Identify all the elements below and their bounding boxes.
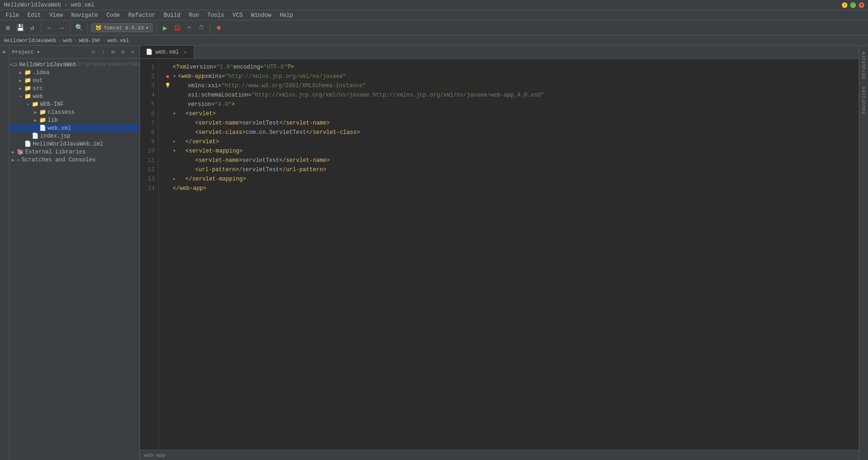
- tomcat-selector[interactable]: 🐱 Tomcat 9.0.33 ▾: [91, 23, 153, 32]
- tree-item-project[interactable]: ▾ 🗂 HelloWorldJavaWeb E:\Dropbox\phoenix…: [9, 61, 140, 69]
- toolbar-back-icon[interactable]: ←: [44, 23, 55, 33]
- title-bar: HelloWorldJavaWeb - web.xml – □ ✕: [0, 0, 868, 10]
- toolbar: ⚙ 💾 ↺ ← → 🔍 🐱 Tomcat 9.0.33 ▾ ▶ 🐞 ☂ ⏱ ■: [0, 21, 868, 35]
- right-side-tabs: Structure Favorites: [859, 46, 868, 460]
- menu-tools[interactable]: Tools: [204, 11, 228, 20]
- menu-run[interactable]: Run: [185, 11, 203, 20]
- tree-label-web: web: [33, 93, 43, 100]
- tree-item-extlibs[interactable]: ▶ 📚 External Libraries: [9, 148, 140, 156]
- breadcrumb-webinf[interactable]: WEB-INF: [79, 38, 100, 43]
- tree-label-webinf: WEB-INF: [40, 101, 64, 108]
- editor-bottom-breadcrumb: web-app: [140, 450, 859, 460]
- tab-webxml-close[interactable]: ✕: [182, 49, 188, 56]
- tomcat-label: Tomcat 9.0.33: [104, 25, 144, 31]
- profile-button[interactable]: ⏱: [196, 23, 206, 33]
- minimize-button[interactable]: –: [842, 2, 847, 8]
- tree-item-out[interactable]: ▶ 📁 out: [9, 77, 140, 84]
- favorites-tab[interactable]: Favorites: [861, 83, 867, 118]
- toolbar-search-icon[interactable]: 🔍: [74, 23, 84, 33]
- tree-label-scratches: Scratches and Consoles: [21, 157, 95, 163]
- code-line-1: <?xml version="1.0" encoding="UTF-8" ?>: [164, 63, 855, 72]
- code-content[interactable]: <?xml version="1.0" encoding="UTF-8" ?> …: [159, 59, 859, 450]
- code-line-6: ▾ <servlet>: [164, 109, 855, 118]
- app-title: HelloWorldJavaWeb - web.xml: [4, 2, 94, 8]
- structure-tab[interactable]: Structure: [861, 48, 867, 83]
- sidebar-sort-icon[interactable]: ↕: [99, 48, 107, 56]
- sidebar-locate-icon[interactable]: ◎: [89, 48, 98, 56]
- extlibs-icon: 📚: [17, 148, 24, 155]
- menu-refactor[interactable]: Refactor: [125, 11, 159, 20]
- tree-item-lib[interactable]: ▶ 📁 lib: [9, 116, 140, 124]
- code-line-12: <url-pattern> /servletTest </url-pattern…: [164, 165, 855, 174]
- tree-item-indexjsp[interactable]: 📄 index.jsp: [9, 132, 140, 140]
- close-button[interactable]: ✕: [859, 2, 864, 8]
- menu-build[interactable]: Build: [160, 11, 184, 20]
- maximize-button[interactable]: □: [850, 2, 856, 8]
- sidebar-header: Project ▾ ◎ ↕ ⊞ ⚙ ✕: [9, 46, 140, 59]
- tree-item-iml[interactable]: 📄 HelloWorldJavaWeb.iml: [9, 140, 140, 148]
- out-folder-icon: 📁: [24, 77, 31, 84]
- debug-button[interactable]: 🐞: [172, 23, 182, 33]
- tree-item-webxml[interactable]: 📄 web.xml: [9, 124, 140, 132]
- sidebar-expand-icon[interactable]: ⊞: [109, 48, 117, 56]
- tree-label-idea: .idea: [33, 70, 49, 76]
- sidebar-close-icon[interactable]: ✕: [128, 48, 137, 56]
- project-tree: ▾ 🗂 HelloWorldJavaWeb E:\Dropbox\phoenix…: [9, 59, 140, 460]
- toolbar-sep-5: [210, 23, 210, 33]
- toolbar-sync-icon[interactable]: ↺: [27, 23, 37, 33]
- menu-navigate[interactable]: Navigate: [67, 11, 102, 20]
- tree-item-idea[interactable]: ▶ 📁 .idea: [9, 69, 140, 77]
- tree-label-out: out: [33, 77, 43, 84]
- menu-bar: File Edit View Navigate Code Refactor Bu…: [0, 10, 868, 21]
- code-line-10: ▾ <servlet-mapping>: [164, 146, 855, 156]
- stop-button[interactable]: ■: [213, 23, 224, 33]
- code-line-4: xsi:schemaLocation="http://xmlns.jcp.org…: [164, 91, 855, 100]
- tab-webxml[interactable]: 📄 web.xml ✕: [140, 46, 194, 58]
- toolbar-sep-1: [41, 23, 41, 33]
- tree-path-project: E:\Dropbox\phoenix\Test: [78, 62, 140, 67]
- left-side-icons: P: [0, 46, 9, 460]
- sidebar-settings-icon[interactable]: ⚙: [119, 48, 127, 56]
- idea-folder-icon: 📁: [24, 69, 31, 76]
- tree-item-classess[interactable]: ▶ 📁 classess: [9, 108, 140, 116]
- toolbar-forward-icon[interactable]: →: [56, 23, 67, 33]
- menu-edit[interactable]: Edit: [24, 11, 45, 20]
- code-line-14: </web-app>: [164, 184, 855, 193]
- toolbar-settings-icon[interactable]: ⚙: [3, 23, 13, 33]
- tree-label-iml: HelloWorldJavaWeb.iml: [33, 141, 103, 147]
- code-line-2: ● ▾ <web-app xmlns="http://xmlns.jcp.org…: [164, 72, 855, 81]
- debug-marker-2: ●: [164, 72, 171, 81]
- breadcrumb-web[interactable]: web: [63, 38, 72, 43]
- tree-label-webxml: web.xml: [48, 125, 71, 132]
- window-controls: – □ ✕: [842, 2, 864, 8]
- tree-item-src[interactable]: ▶ 📁 src: [9, 84, 140, 92]
- tree-label-src: src: [33, 85, 43, 92]
- classess-folder-icon: 📁: [39, 109, 46, 116]
- editor-tabs: 📄 web.xml ✕: [140, 46, 859, 59]
- menu-vcs[interactable]: VCS: [229, 11, 247, 20]
- tree-item-scratches[interactable]: ▶ ✏ Scratches and Consoles: [9, 156, 140, 164]
- src-folder-icon: 📁: [24, 85, 31, 92]
- menu-help[interactable]: Help: [276, 11, 297, 20]
- sidebar-title: Project ▾: [12, 49, 87, 55]
- menu-file[interactable]: File: [2, 11, 23, 20]
- webinf-folder-icon: 📁: [32, 101, 39, 108]
- menu-view[interactable]: View: [46, 11, 67, 20]
- tree-item-webinf[interactable]: ▾ 📁 WEB-INF: [9, 100, 140, 108]
- code-editor[interactable]: 1 2 3 4 5 6 7 8 9 10 11 12 13 14 <?xml: [140, 59, 859, 450]
- breadcrumb-project[interactable]: HelloWorldJavaWeb: [4, 38, 56, 43]
- tree-label-classess: classess: [48, 109, 75, 116]
- sidebar-toolbar: ◎ ↕ ⊞ ⚙ ✕: [89, 48, 137, 56]
- menu-code[interactable]: Code: [103, 11, 124, 20]
- toolbar-sep-2: [70, 23, 71, 33]
- run-button[interactable]: ▶: [160, 23, 170, 33]
- tab-webxml-label: web.xml: [155, 49, 179, 56]
- tree-label-project: HelloWorldJavaWeb: [19, 62, 76, 68]
- project-folder-icon: 🗂: [12, 61, 18, 68]
- coverage-button[interactable]: ☂: [184, 23, 194, 33]
- tree-item-web[interactable]: ▾ 📁 web: [9, 92, 140, 100]
- menu-window[interactable]: Window: [247, 11, 275, 20]
- breadcrumb-webxml[interactable]: web.xml: [107, 38, 129, 43]
- project-icon[interactable]: P: [0, 48, 9, 56]
- toolbar-save-icon[interactable]: 💾: [15, 23, 25, 33]
